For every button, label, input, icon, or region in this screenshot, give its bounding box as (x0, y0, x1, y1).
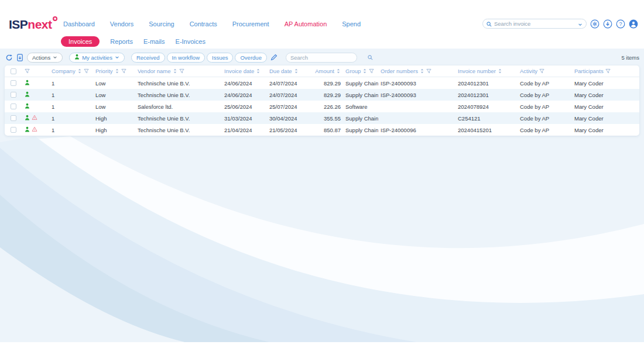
row-checkbox[interactable] (11, 92, 16, 98)
column-header-invoice-number: Invoice number (455, 68, 518, 74)
select-all-checkbox[interactable] (11, 68, 16, 74)
filter-pill-issues[interactable]: Issues (207, 53, 233, 63)
sort-icon[interactable] (336, 68, 341, 74)
nav-item-spend[interactable]: Spend (342, 20, 361, 27)
app-page: ISPnext DashboardVendorsSourcingContract… (0, 0, 644, 362)
help-icon[interactable]: ? (616, 19, 625, 29)
cell-amount: 850.87 (310, 127, 343, 133)
cell-participants: Mary Coder (572, 80, 639, 87)
refresh-icon[interactable] (5, 53, 13, 61)
table-row[interactable]: 1LowTechnische Unie B.V.24/06/202424/07/… (5, 77, 639, 89)
cell-activity: Code by AP (518, 127, 572, 133)
column-label[interactable]: Vendor name (138, 68, 171, 74)
table-header-row: CompanyPriorityVendor nameInvoice dateDu… (5, 65, 639, 77)
brand-primary: ISP (9, 18, 28, 31)
cell-invoice-number: 2024012301 (455, 92, 518, 98)
cell-amount: 829.29 (310, 92, 343, 98)
column-header-due-date: Due date (267, 68, 310, 74)
filter-funnel-icon[interactable] (179, 68, 184, 74)
filter-funnel-icon[interactable] (605, 68, 611, 74)
my-activities-label: My activities (82, 54, 112, 61)
row-checkbox[interactable] (11, 127, 16, 133)
cell-invoice-number: 2024078924 (455, 104, 518, 110)
column-label[interactable]: Company (52, 68, 76, 74)
user-icon[interactable] (629, 19, 638, 29)
status-person-icon (25, 115, 30, 122)
sort-icon[interactable] (77, 68, 82, 74)
row-checkbox[interactable] (11, 115, 16, 121)
filter-funnel-icon[interactable] (25, 68, 30, 74)
table-search-input[interactable] (290, 54, 368, 61)
row-checkbox[interactable] (11, 104, 16, 109)
sort-icon[interactable] (294, 68, 299, 74)
filter-pill-overdue[interactable]: Overdue (235, 53, 266, 63)
column-label[interactable]: Priority (95, 68, 113, 74)
filter-funnel-icon[interactable] (84, 68, 89, 74)
column-label[interactable]: Due date (269, 68, 292, 74)
filter-funnel-icon[interactable] (539, 68, 544, 74)
cell-due-date: 30/04/2024 (267, 115, 310, 122)
nav-item-vendors[interactable]: Vendors (110, 20, 133, 27)
tab-reports[interactable]: Reports (110, 36, 133, 47)
chevron-down-icon[interactable] (578, 19, 583, 29)
column-label[interactable]: Invoice number (458, 68, 496, 74)
row-status-cell (22, 80, 49, 87)
actions-button[interactable]: Actions (27, 53, 63, 63)
table-row[interactable]: 1HighTechnische Unie B.V.21/04/202421/05… (5, 124, 639, 136)
column-label[interactable]: Activity (520, 68, 537, 74)
nav-item-sourcing[interactable]: Sourcing (149, 20, 174, 27)
pencil-icon[interactable] (270, 53, 278, 61)
invoices-table: CompanyPriorityVendor nameInvoice dateDu… (5, 65, 639, 136)
status-person-icon (25, 103, 30, 110)
brand-logo[interactable]: ISPnext (9, 18, 57, 32)
cell-participants: Mary Coder (572, 104, 639, 110)
cell-due-date: 21/05/2024 (267, 127, 310, 133)
nav-item-contracts[interactable]: Contracts (190, 20, 217, 27)
settings-icon[interactable] (590, 19, 600, 29)
invoice-search-box[interactable] (482, 19, 587, 29)
table-search-box[interactable] (286, 53, 357, 63)
nav-item-procurement[interactable]: Procurement (232, 20, 269, 27)
filter-pill-received[interactable]: Received (131, 53, 165, 63)
filter-funnel-icon[interactable] (121, 68, 126, 74)
sort-icon[interactable] (420, 68, 424, 74)
tab-invoices[interactable]: Invoices (61, 36, 100, 47)
cell-vendor: Technische Unie B.V. (135, 92, 222, 98)
row-checkbox[interactable] (11, 80, 16, 86)
status-person-icon (25, 126, 30, 133)
tab-e-invoices[interactable]: E-Invoices (176, 36, 205, 47)
nav-item-ap-automation[interactable]: AP Automation (285, 20, 327, 27)
sort-icon[interactable] (362, 68, 367, 74)
column-label[interactable]: Order numbers (381, 68, 418, 74)
sort-icon[interactable] (498, 68, 502, 74)
search-icon (368, 52, 373, 63)
download-icon[interactable] (603, 19, 612, 29)
column-label[interactable]: Participants (574, 68, 604, 74)
nav-item-dashboard[interactable]: Dashboard (63, 20, 95, 27)
cell-group: Supply Chain (343, 92, 378, 98)
person-icon (74, 54, 80, 61)
export-document-icon[interactable] (16, 53, 24, 61)
sort-icon[interactable] (173, 68, 177, 74)
filter-pill-in-workflow[interactable]: In workflow (167, 53, 205, 63)
content-area: Actions My activities ReceivedIn workflo… (0, 49, 644, 342)
table-row[interactable]: 1LowSalesforce ltd.25/06/202425/07/20242… (5, 101, 639, 112)
column-label[interactable]: Group (345, 68, 361, 74)
my-activities-button[interactable]: My activities (69, 53, 125, 63)
sort-icon[interactable] (115, 68, 119, 74)
column-label[interactable]: Amount (315, 68, 334, 74)
cell-invoice-date: 24/06/2024 (222, 92, 267, 98)
cell-vendor: Technische Unie B.V. (135, 80, 222, 87)
filter-funnel-icon[interactable] (369, 68, 374, 74)
tab-e-mails[interactable]: E-mails (143, 36, 165, 47)
table-row[interactable]: 1LowTechnische Unie B.V.24/06/202424/07/… (5, 89, 639, 101)
brand-mark-icon (53, 16, 57, 21)
cell-invoice-number: C254121 (455, 115, 518, 122)
row-select-cell (5, 104, 22, 109)
table-row[interactable]: 1HighTechnische Unie B.V.31/03/202430/04… (5, 112, 639, 124)
column-label[interactable]: Invoice date (224, 68, 254, 74)
sort-icon[interactable] (256, 68, 261, 74)
search-invoice-input[interactable] (494, 20, 576, 27)
filter-funnel-icon[interactable] (426, 68, 431, 74)
cell-activity: Code by AP (518, 92, 572, 98)
